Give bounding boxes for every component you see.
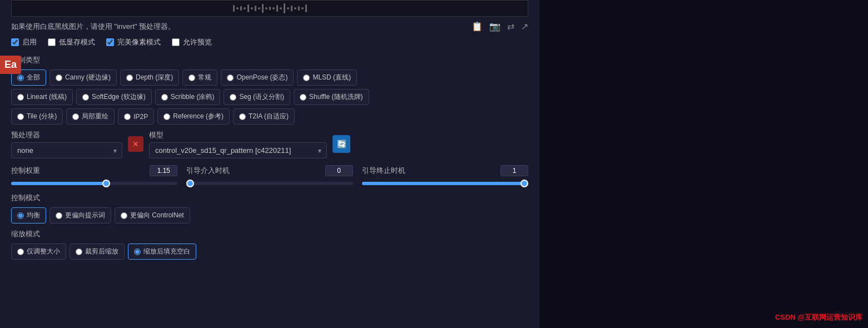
allow-preview-checkbox[interactable]: 允许预览 (172, 37, 212, 47)
radio-reference[interactable]: Reference (参考) (157, 108, 230, 125)
radio-scribble[interactable]: Scribble (涂鸦) (155, 89, 221, 105)
radio-depth[interactable]: Depth (深度) (120, 69, 179, 86)
radio-seg[interactable]: Seg (语义分割) (224, 89, 290, 105)
resize-crop-label: 裁剪后缩放 (85, 247, 118, 256)
control-weight-value[interactable]: 1.15 (150, 165, 177, 176)
radio-normal-label: 常规 (198, 73, 211, 82)
enable-label: 启用 (22, 37, 37, 47)
control-mode-group: 均衡 更偏向提示词 更偏向 ControlNet (11, 207, 528, 223)
radio-canny-label: Canny (硬边缘) (65, 73, 111, 82)
radio-tile[interactable]: Tile (分块) (11, 108, 63, 125)
allow-preview-label: 允许预览 (183, 37, 212, 47)
model-label: 模型 (149, 130, 327, 140)
radio-lineart-label: Lineart (线稿) (27, 92, 67, 102)
resize-mode-label: 缩放模式 (11, 229, 528, 239)
mode-balanced-label: 均衡 (27, 211, 40, 220)
preprocessor-label: 预处理器 (11, 130, 122, 140)
radio-softedge-label: SoftEdge (软边缘) (92, 92, 146, 102)
radio-seg-label: Seg (语义分割) (239, 92, 284, 102)
end-time-value[interactable]: 1 (500, 165, 528, 176)
radio-openpose-label: OpenPose (姿态) (236, 73, 287, 82)
resize-mode-section: 缩放模式 仅调整大小 裁剪后缩放 缩放后填充空白 (11, 229, 528, 260)
control-weight-label: 控制权重 (11, 166, 40, 176)
start-time-value[interactable]: 0 (325, 165, 353, 176)
preprocessor-model-row: 预处理器 none ▼ ✕ 模型 control_v20e_sd15_qr_pa… (11, 130, 528, 158)
arrow-out-icon[interactable]: ↗ (521, 21, 528, 32)
start-time-slider[interactable] (186, 182, 353, 185)
radio-depth-label: Depth (深度) (136, 73, 173, 82)
resize-fill-label: 缩放后填充空白 (143, 247, 190, 256)
end-time-group: 引导终止时机 1 (362, 165, 528, 185)
checkbox-row: 启用 低显存模式 完美像素模式 允许预览 (11, 37, 528, 47)
radio-openpose[interactable]: OpenPose (姿态) (221, 69, 294, 86)
resize-only-label: 仅调整大小 (27, 247, 60, 256)
preprocessor-select[interactable]: none (11, 142, 122, 158)
radio-reference-label: Reference (参考) (173, 112, 224, 121)
enable-checkbox[interactable]: 启用 (11, 37, 37, 47)
ea-badge: Ea (0, 56, 21, 74)
camera-icon[interactable]: 📷 (489, 21, 500, 32)
swap-icon[interactable]: ⇄ (507, 21, 514, 32)
radio-ip2p[interactable]: IP2P (118, 108, 154, 125)
radio-mlsd[interactable]: MLSD (直线) (297, 69, 357, 86)
perfect-pixel-label: 完美像素模式 (117, 37, 161, 47)
image-preview-bar (11, 0, 528, 17)
resize-fill[interactable]: 缩放后填充空白 (128, 243, 196, 260)
start-time-group: 引导介入时机 0 (186, 165, 353, 185)
radio-ip2p-label: IP2P (133, 113, 148, 121)
info-text-label: 如果使用白底黑线图片，请使用 "invert" 预处理器。 (11, 22, 175, 32)
perfect-pixel-checkbox[interactable]: 完美像素模式 (106, 37, 161, 47)
radio-scribble-label: Scribble (涂鸦) (171, 92, 215, 102)
watermark: CSDN @互联网运营知识库 (775, 312, 862, 322)
lowvram-label: 低显存模式 (59, 37, 95, 47)
mode-balanced[interactable]: 均衡 (11, 207, 46, 223)
radio-lineart[interactable]: Lineart (线稿) (11, 89, 73, 105)
refresh-button[interactable]: 🔄 (333, 135, 350, 153)
radio-shuffle-label: Shuffle (随机洗牌) (309, 92, 363, 102)
sliders-row: 控制权重 1.15 引导介入时机 0 引导终止时机 (11, 165, 528, 185)
control-type-group-2: Lineart (线稿) SoftEdge (软边缘) Scribble (涂鸦… (11, 89, 528, 105)
info-row: 如果使用白底黑线图片，请使用 "invert" 预处理器。 📋 📷 ⇄ ↗ (11, 21, 528, 32)
radio-softedge[interactable]: SoftEdge (软边缘) (76, 89, 152, 105)
model-select-wrapper: control_v20e_sd15_qr_pattern [c4220211] … (149, 142, 327, 158)
control-type-group-1: 全部 Canny (硬边缘) Depth (深度) 常规 OpenPose (姿… (11, 69, 528, 86)
error-button[interactable]: ✕ (128, 136, 143, 152)
resize-mode-group: 仅调整大小 裁剪后缩放 缩放后填充空白 (11, 243, 528, 260)
end-time-label: 引导终止时机 (362, 166, 405, 176)
mode-prompt-label: 更偏向提示词 (65, 211, 105, 220)
radio-t2ia[interactable]: T2IA (自适应) (233, 108, 295, 125)
radio-tile-label: Tile (分块) (27, 112, 57, 121)
right-panel: CSDN @互联网运营知识库 (539, 0, 868, 328)
mode-controlnet[interactable]: 更偏向 ControlNet (115, 207, 190, 223)
control-weight-group: 控制权重 1.15 (11, 165, 177, 185)
control-weight-slider[interactable] (11, 182, 177, 185)
lowvram-checkbox[interactable]: 低显存模式 (48, 37, 95, 47)
end-time-slider[interactable] (362, 182, 528, 185)
resize-only[interactable]: 仅调整大小 (11, 243, 66, 260)
preprocessor-col: 预处理器 none ▼ (11, 130, 122, 158)
model-select[interactable]: control_v20e_sd15_qr_pattern [c4220211] (149, 142, 327, 158)
info-icons: 📋 📷 ⇄ ↗ (472, 21, 528, 32)
radio-canny[interactable]: Canny (硬边缘) (49, 69, 117, 86)
control-type-group-3: Tile (分块) 局部重绘 IP2P Reference (参考) T2IA … (11, 108, 528, 125)
radio-inpaint[interactable]: 局部重绘 (66, 108, 115, 125)
radio-mlsd-label: MLSD (直线) (313, 73, 351, 82)
radio-inpaint-label: 局部重绘 (82, 112, 108, 121)
radio-normal[interactable]: 常规 (182, 69, 217, 86)
model-col: 模型 control_v20e_sd15_qr_pattern [c422021… (149, 130, 327, 158)
mode-controlnet-label: 更偏向 ControlNet (130, 211, 184, 220)
radio-shuffle[interactable]: Shuffle (随机洗牌) (294, 89, 369, 105)
control-mode-section: 控制模式 均衡 更偏向提示词 更偏向 ControlNet (11, 193, 528, 223)
control-type-label: 控制类型 (11, 55, 528, 65)
sliders-section: 控制权重 1.15 引导介入时机 0 引导终止时机 (11, 165, 528, 185)
radio-t2ia-label: T2IA (自适应) (249, 112, 289, 121)
control-mode-label: 控制模式 (11, 193, 528, 203)
mode-prompt[interactable]: 更偏向提示词 (49, 207, 111, 223)
radio-all-label: 全部 (27, 73, 40, 82)
clipboard-icon[interactable]: 📋 (472, 21, 483, 32)
resize-crop[interactable]: 裁剪后缩放 (70, 243, 125, 260)
preprocessor-select-wrapper: none ▼ (11, 142, 122, 158)
start-time-label: 引导介入时机 (186, 166, 230, 176)
